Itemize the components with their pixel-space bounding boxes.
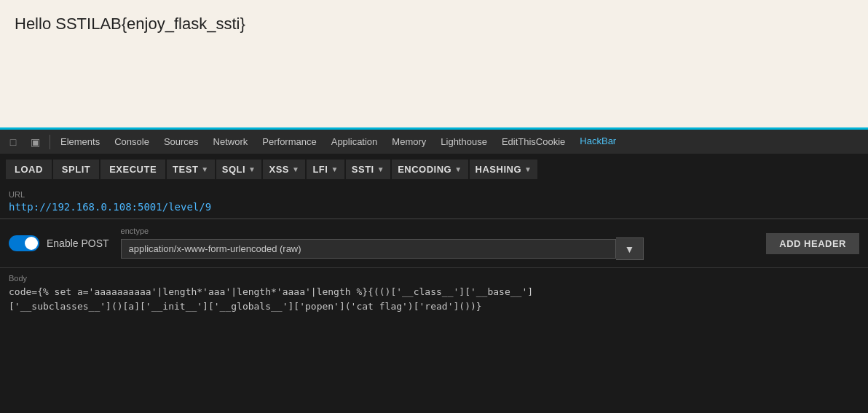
add-header-button[interactable]: ADD HEADER [766, 233, 859, 254]
browser-content-area: Hello SSTILAB{enjoy_flask_ssti} [0, 0, 868, 127]
ssti-button[interactable]: SSTI ▼ [346, 160, 390, 179]
test-dropdown-arrow: ▼ [201, 165, 208, 173]
body-value[interactable]: code={% set a='aaaaaaaaaa'|length*'aaa'|… [9, 285, 859, 313]
enable-post-label: Enable POST [47, 237, 109, 249]
enctype-label: enctype [121, 227, 755, 235]
body-line1: code={% set a='aaaaaaaaaa'|length*'aaa'|… [9, 285, 859, 299]
body-line2: ['__subclasses__']()[a]['__init__']['__g… [9, 299, 859, 314]
tab-lighthouse[interactable]: Lighthouse [433, 129, 494, 155]
xss-dropdown-arrow: ▼ [292, 165, 299, 173]
devtools-panel: □ ▣ Elements Console Sources Network Per… [0, 127, 868, 413]
url-value[interactable]: http://192.168.0.108:5001/level/9 [9, 201, 859, 213]
page-heading: Hello SSTILAB{enjoy_flask_ssti} [15, 15, 245, 34]
toggle-knob [25, 237, 38, 250]
post-section: Enable POST enctype application/x-www-fo… [0, 219, 868, 268]
tab-editthiscookie[interactable]: EditThisCookie [494, 129, 572, 155]
cursor-icon[interactable]: □ [3, 132, 23, 152]
inspect-icon[interactable]: ▣ [25, 132, 45, 152]
hashing-button[interactable]: HASHING ▼ [470, 160, 538, 179]
sqli-label: SQLI [222, 164, 245, 175]
url-label: URL [9, 190, 859, 199]
tab-memory[interactable]: Memory [384, 129, 433, 155]
xss-button[interactable]: XSS ▼ [263, 160, 305, 179]
ssti-dropdown-arrow: ▼ [377, 165, 384, 173]
ssti-label: SSTI [352, 164, 374, 175]
tab-application[interactable]: Application [324, 129, 385, 155]
body-label: Body [9, 274, 859, 283]
devtools-tabs-bar: □ ▣ Elements Console Sources Network Per… [0, 127, 868, 154]
execute-button[interactable]: EXECUTE [100, 160, 165, 179]
enctype-select-wrapper: application/x-www-form-urlencoded (raw) … [121, 237, 755, 260]
hackbar-content: URL http://192.168.0.108:5001/level/9 En… [0, 184, 868, 413]
lfi-button[interactable]: LFI ▼ [307, 160, 344, 179]
test-button[interactable]: TEST ▼ [167, 160, 215, 179]
tab-hackbar[interactable]: HackBar [572, 129, 623, 155]
tab-performance[interactable]: Performance [255, 129, 323, 155]
test-label: TEST [173, 164, 198, 175]
hashing-dropdown-arrow: ▼ [524, 165, 532, 173]
load-button[interactable]: LOAD [6, 160, 52, 179]
hashing-label: HASHING [476, 164, 521, 175]
enctype-select[interactable]: application/x-www-form-urlencoded (raw) [121, 239, 616, 259]
encoding-button[interactable]: ENCODING ▼ [392, 160, 467, 179]
sqli-dropdown-arrow: ▼ [248, 165, 256, 173]
enable-post-container: Enable POST [9, 235, 109, 251]
tab-network[interactable]: Network [206, 129, 256, 155]
tab-divider [50, 135, 50, 149]
tab-elements[interactable]: Elements [53, 129, 107, 155]
encoding-dropdown-arrow: ▼ [454, 165, 462, 173]
hackbar-toolbar: LOAD SPLIT EXECUTE TEST ▼ SQLI ▼ XSS ▼ L… [0, 154, 868, 184]
enable-post-toggle[interactable] [9, 235, 39, 251]
lfi-dropdown-arrow: ▼ [331, 165, 338, 173]
sqli-button[interactable]: SQLI ▼ [216, 160, 262, 179]
url-section: URL http://192.168.0.108:5001/level/9 [0, 184, 868, 219]
enctype-dropdown-arrow[interactable]: ▼ [616, 237, 644, 260]
tab-console[interactable]: Console [107, 129, 157, 155]
split-button[interactable]: SPLIT [53, 160, 99, 179]
encoding-label: ENCODING [398, 164, 451, 175]
xss-label: XSS [269, 164, 289, 175]
enctype-container: enctype application/x-www-form-urlencode… [121, 227, 755, 260]
lfi-label: LFI [312, 164, 328, 175]
tab-sources[interactable]: Sources [157, 129, 206, 155]
body-section: Body code={% set a='aaaaaaaaaa'|length*'… [0, 268, 868, 319]
